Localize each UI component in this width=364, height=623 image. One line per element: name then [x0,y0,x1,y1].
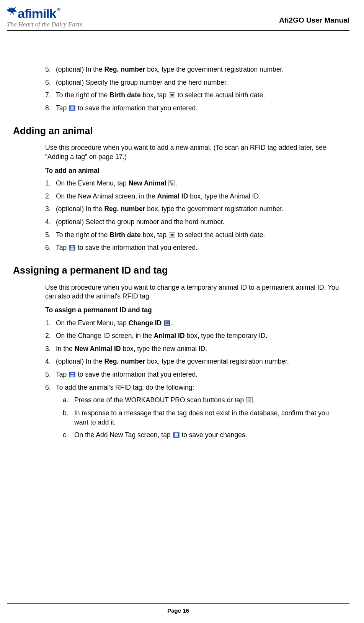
document-title: Afi2GO User Manual [279,16,349,25]
logo-text: afimilk [18,7,56,20]
page-number: Page 16 [167,607,189,614]
list-item: c. On the Add New Tag screen, tap to sav… [63,431,345,440]
list-item: 6. (optional) Specify the group number a… [45,78,345,87]
step-list-continuation: 5. (optional) In the Reg. number box, ty… [45,65,345,113]
section-intro: Use this procedure when you want to add … [45,143,345,161]
change-id-icon [164,320,170,326]
registered-mark: ® [57,7,60,12]
list-item: 3. In the New Animal ID box, type the ne… [45,344,345,354]
list-item: 5. To the right of the Birth date box, t… [45,231,345,240]
scan-icon [246,397,253,403]
list-item: 2. On the New Animal screen, in the Anim… [45,192,345,201]
step-list-adding-animal: 1. On the Event Menu, tap New Animal . 2… [45,179,345,252]
save-disk-icon [69,372,75,377]
section-heading-assign-id-tag: Assigning a permanent ID and tag [13,264,345,277]
list-item: 4. (optional) Select the group number an… [45,218,345,227]
save-disk-icon [173,432,180,438]
substep-list: a. Press one of the WORKABOUT PRO scan b… [56,396,345,440]
new-animal-icon [168,180,175,186]
page-header: afimilk ® The Heart of the Dairy Farm Af… [7,7,349,31]
section-intro: Use this procedure when you want to chan… [45,283,345,301]
list-item: b. In response to a message that the tag… [63,409,345,427]
step-list-assign-id: 1. On the Event Menu, tap Change ID . 2.… [45,319,345,444]
brand-logo: afimilk ® The Heart of the Dairy Farm [7,7,83,28]
list-item: 1. On the Event Menu, tap New Animal . [45,179,345,188]
section-heading-adding-animal: Adding an animal [13,125,345,138]
list-item: 8. Tap to save the information that you … [45,104,345,113]
list-item: 3. (optional) In the Reg. number box, ty… [45,205,345,214]
list-item: 2. On the Change ID screen, in the Anima… [45,331,345,341]
dropdown-arrow-icon [169,92,175,98]
list-item: 5. Tap to save the information that you … [45,370,345,379]
save-disk-icon [69,245,75,251]
page-content: 5. (optional) In the Reg. number box, ty… [45,65,345,444]
brand-tagline: The Heart of the Dairy Farm [7,21,83,28]
list-item: a. Press one of the WORKABOUT PRO scan b… [63,396,345,405]
list-item: 6. To add the animal's RFID tag, do the … [45,383,345,444]
page-footer: Page 16 [7,603,349,614]
list-item: 1. On the Event Menu, tap Change ID . [45,319,345,328]
list-item: 5. (optional) In the Reg. number box, ty… [45,65,345,74]
save-disk-icon [69,105,75,111]
list-item: 6. Tap to save the information that you … [45,243,345,252]
list-item: 7. To the right of the Birth date box, t… [45,91,345,100]
procedure-subhead: To add an animal [45,166,345,175]
dropdown-arrow-icon [169,232,175,238]
list-item: 4. (optional) In the Reg. number box, ty… [45,357,345,366]
procedure-subhead: To assign a permanent ID and tag [45,306,345,315]
cow-icon [7,7,17,15]
